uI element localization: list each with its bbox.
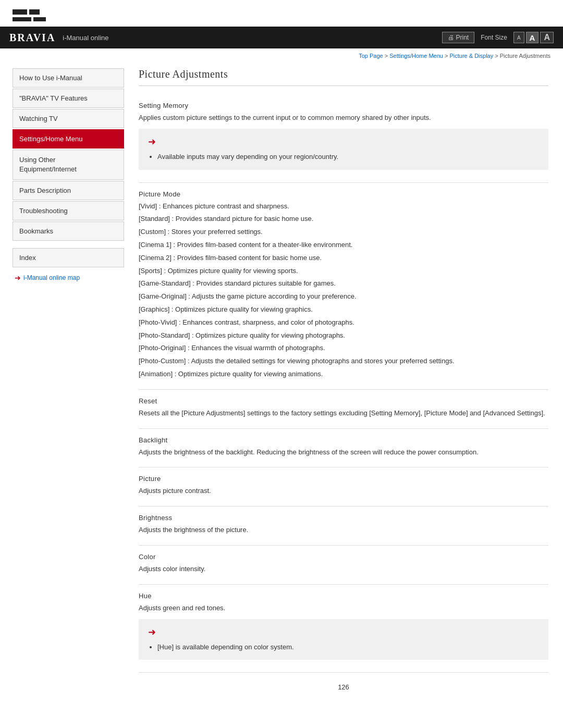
sidebar-item-how-to-use[interactable]: How to Use i-Manual xyxy=(13,68,124,88)
main-content: Picture Adjustments Setting Memory Appli… xyxy=(124,63,563,707)
sidebar-item-other-equipment[interactable]: Using OtherEquipment/Internet xyxy=(13,150,124,180)
picture-mode-item-8: [Game-Original] : Adjusts the game pictu… xyxy=(139,291,548,302)
page-title: Picture Adjustments xyxy=(139,68,548,86)
setting-memory-text: Applies custom picture settings to the c… xyxy=(139,113,548,124)
picture-mode-item-10: [Photo-Vivid] : Enhances contrast, sharp… xyxy=(139,317,548,328)
picture-text: Adjusts picture contrast. xyxy=(139,486,548,497)
section-title-hue: Hue xyxy=(139,592,548,600)
picture-mode-item-1: [Vivid] : Enhances picture contrast and … xyxy=(139,201,548,212)
sidebar-item-index[interactable]: Index xyxy=(13,248,124,267)
setting-memory-note-item: Available inputs may vary depending on y… xyxy=(157,152,539,163)
section-body-backlight: Adjusts the brightness of the backlight.… xyxy=(139,447,548,458)
picture-mode-item-7: [Game-Standard] : Provides standard pict… xyxy=(139,278,548,289)
setting-memory-note: ➜ Available inputs may vary depending on… xyxy=(139,129,548,170)
section-title-backlight: Backlight xyxy=(139,436,548,444)
picture-mode-item-13: [Photo-Custom] : Adjusts the detailed se… xyxy=(139,356,548,367)
section-body-picture: Adjusts picture contrast. xyxy=(139,486,548,497)
section-color: Color Adjusts color intensity. xyxy=(139,546,548,585)
sidebar: How to Use i-Manual "BRAVIA" TV Features… xyxy=(0,63,124,707)
main-layout: How to Use i-Manual "BRAVIA" TV Features… xyxy=(0,63,563,707)
section-body-color: Adjusts color intensity. xyxy=(139,564,548,575)
picture-mode-item-4: [Cinema 1] : Provides film-based content… xyxy=(139,240,548,251)
color-text: Adjusts color intensity. xyxy=(139,564,548,575)
section-title-reset: Reset xyxy=(139,397,548,405)
picture-mode-item-14: [Animation] : Optimizes picture quality … xyxy=(139,369,548,380)
sidebar-item-troubleshooting[interactable]: Troubleshooting xyxy=(13,201,124,220)
sidebar-item-bravia-features[interactable]: "BRAVIA" TV Features xyxy=(13,89,124,108)
sidebar-item-settings-home-menu[interactable]: Settings/Home Menu xyxy=(13,129,124,149)
logo-area xyxy=(0,0,563,27)
nav-subtitle: i-Manual online xyxy=(63,34,108,42)
map-link-label: i-Manual online map xyxy=(23,274,80,281)
brand-area: BRAVIA i-Manual online xyxy=(9,32,109,44)
print-label: Print xyxy=(456,34,469,41)
font-size-label: Font Size xyxy=(481,34,507,41)
hue-text: Adjusts green and red tones. xyxy=(139,603,548,614)
hue-note-item: [Hue] is available depending on color sy… xyxy=(157,642,539,653)
nav-bar: BRAVIA i-Manual online 🖨 Print Font Size… xyxy=(0,27,563,48)
map-arrow-icon: ➜ xyxy=(15,274,21,282)
hue-note-arrow-icon: ➜ xyxy=(148,626,539,638)
picture-mode-item-3: [Custom] : Stores your preferred setting… xyxy=(139,227,548,238)
nav-right: 🖨 Print Font Size A A A xyxy=(442,32,554,43)
page-number: 126 xyxy=(139,683,548,691)
print-button[interactable]: 🖨 Print xyxy=(442,32,475,43)
section-body-reset: Resets all the [Picture Adjustments] set… xyxy=(139,408,548,419)
breadcrumb: Top Page > Settings/Home Menu > Picture … xyxy=(0,48,563,63)
sidebar-item-watching-tv[interactable]: Watching TV xyxy=(13,109,124,128)
section-title-color: Color xyxy=(139,553,548,561)
note-arrow-icon: ➜ xyxy=(148,136,539,147)
section-title-picture-mode: Picture Mode xyxy=(139,190,548,198)
section-body-setting-memory: Applies custom picture settings to the c… xyxy=(139,113,548,124)
picture-mode-item-12: [Photo-Original] : Enhances the visual w… xyxy=(139,343,548,354)
breadcrumb-sep1: > xyxy=(385,53,389,59)
picture-mode-item-11: [Photo-Standard] : Optimizes picture qua… xyxy=(139,330,548,341)
print-icon: 🖨 xyxy=(448,34,454,41)
section-backlight: Backlight Adjusts the brightness of the … xyxy=(139,429,548,468)
section-title-picture: Picture xyxy=(139,475,548,483)
backlight-text: Adjusts the brightness of the backlight.… xyxy=(139,447,548,458)
section-body-hue: Adjusts green and red tones. xyxy=(139,603,548,614)
imanual-map-link[interactable]: ➜ i-Manual online map xyxy=(13,274,124,282)
reset-text: Resets all the [Picture Adjustments] set… xyxy=(139,408,548,419)
breadcrumb-settings[interactable]: Settings/Home Menu xyxy=(389,53,443,59)
section-title-setting-memory: Setting Memory xyxy=(139,102,548,109)
picture-mode-item-9: [Graphics] : Optimizes picture quality f… xyxy=(139,304,548,315)
hue-note: ➜ [Hue] is available depending on color … xyxy=(139,619,548,660)
section-reset: Reset Resets all the [Picture Adjustment… xyxy=(139,390,548,429)
section-brightness: Brightness Adjusts the brightness of the… xyxy=(139,507,548,546)
breadcrumb-sep3: > xyxy=(495,53,499,59)
sony-logo xyxy=(13,9,46,21)
sidebar-item-bookmarks[interactable]: Bookmarks xyxy=(13,221,124,241)
section-body-picture-mode: [Vivid] : Enhances picture contrast and … xyxy=(139,201,548,380)
font-medium-button[interactable]: A xyxy=(526,32,539,43)
breadcrumb-picture-display[interactable]: Picture & Display xyxy=(449,53,493,59)
breadcrumb-current: Picture Adjustments xyxy=(500,53,550,59)
section-body-brightness: Adjusts the brightness of the picture. xyxy=(139,525,548,536)
section-hue: Hue Adjusts green and red tones. ➜ [Hue]… xyxy=(139,585,548,673)
picture-mode-item-6: [Sports] : Optimizes picture quality for… xyxy=(139,266,548,277)
picture-mode-item-5: [Cinema 2] : Provides film-based content… xyxy=(139,253,548,264)
breadcrumb-top[interactable]: Top Page xyxy=(359,53,383,59)
brightness-text: Adjusts the brightness of the picture. xyxy=(139,525,548,536)
sidebar-item-parts-description[interactable]: Parts Description xyxy=(13,181,124,200)
section-title-brightness: Brightness xyxy=(139,514,548,522)
section-setting-memory: Setting Memory Applies custom picture se… xyxy=(139,94,548,183)
picture-mode-item-2: [Standard] : Provides standard picture f… xyxy=(139,214,548,225)
section-picture-mode: Picture Mode [Vivid] : Enhances picture … xyxy=(139,183,548,390)
font-large-button[interactable]: A xyxy=(540,32,554,43)
section-picture: Picture Adjusts picture contrast. xyxy=(139,467,548,507)
font-small-button[interactable]: A xyxy=(513,32,524,43)
brand-name: BRAVIA xyxy=(9,32,55,44)
font-size-controls: A A A xyxy=(513,32,554,43)
